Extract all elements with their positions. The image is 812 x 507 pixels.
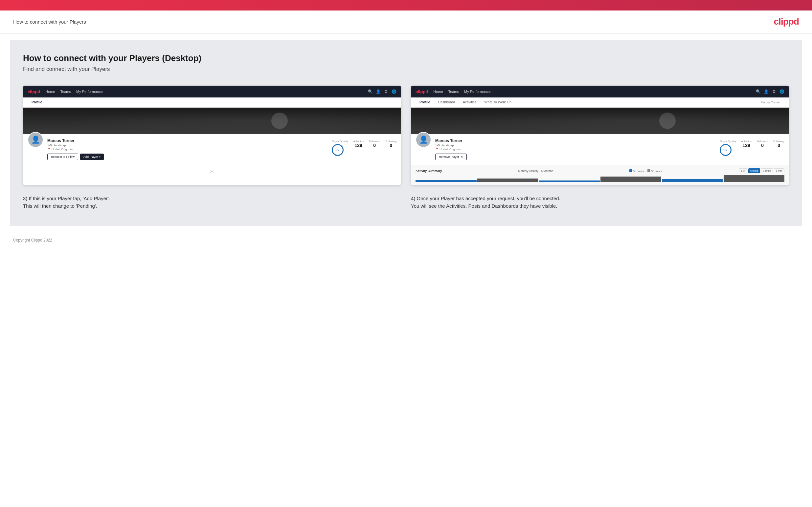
header-title: How to connect with your Players: [13, 19, 86, 24]
avatar-1: 👤: [28, 132, 43, 148]
player-dropdown[interactable]: Marcus Turner: [761, 101, 784, 104]
search-icon-1[interactable]: 🔍: [367, 89, 373, 94]
app-logo-2: clippd: [415, 89, 428, 94]
add-player-button[interactable]: Add Player +: [80, 154, 104, 160]
globe-icon-1[interactable]: 🌐: [391, 89, 397, 94]
activity-header: Activity Summary Monthly Activity - 6 Mo…: [415, 168, 784, 173]
close-icon: ✕: [461, 155, 463, 159]
nav-teams-2[interactable]: Teams: [448, 90, 459, 94]
nav-performance-2[interactable]: My Performance: [464, 90, 491, 94]
app-tabs-1: Profile: [23, 98, 401, 108]
period-1mth[interactable]: 1 mth: [774, 168, 784, 173]
description-right-text: 4) Once your Player has accepted your re…: [411, 195, 789, 210]
user-icon-2[interactable]: 👤: [763, 89, 769, 94]
settings-icon-2[interactable]: ⚙: [771, 89, 776, 94]
period-buttons: 1 yr 6 mths 3 mths 1 mth: [739, 168, 784, 173]
scissors-area-1: ✂: [23, 165, 401, 176]
avatar-2: 👤: [415, 132, 431, 148]
stat-activities-label-2: Activities: [741, 140, 752, 143]
activity-title: Activity Summary: [415, 169, 442, 173]
player-location-2: 📍 United Kingdom: [435, 148, 716, 151]
stat-followers-2: Followers 0: [757, 140, 768, 148]
stat-followers-label-2: Followers: [757, 140, 768, 143]
header: How to connect with your Players clippd: [0, 10, 812, 34]
action-buttons-1: Request to Follow Add Player +: [47, 154, 328, 160]
screenshot-2: clippd Home Teams My Performance 🔍 👤 ⚙ 🌐…: [411, 86, 789, 185]
activity-period: Monthly Activity - 6 Months: [518, 169, 553, 173]
period-3mths[interactable]: 3 mths: [761, 168, 773, 173]
stat-activities-label-1: Activities: [353, 140, 364, 143]
stat-following-value-2: 0: [773, 143, 784, 148]
nav-home-2[interactable]: Home: [433, 90, 443, 94]
avatar-icon-1: 👤: [31, 135, 40, 144]
stats-row-1: Player Quality 92 Activities 129 Followe…: [332, 138, 397, 156]
stat-followers-label-1: Followers: [369, 140, 380, 143]
app-tabs-2: Profile Dashboard Activities What To Wor…: [411, 98, 789, 108]
avatar-icon-2: 👤: [419, 135, 428, 144]
nav-icons-2: 🔍 👤 ⚙ 🌐: [756, 89, 784, 94]
description-left-text: 3) If this is your Player tap, 'Add Play…: [23, 195, 401, 210]
on-course-legend: On course: [629, 169, 645, 173]
search-icon-2[interactable]: 🔍: [756, 89, 761, 94]
stats-row-2: Player Quality 92 Activities 129 Followe…: [720, 138, 784, 156]
app-navbar-2: clippd Home Teams My Performance 🔍 👤 ⚙ 🌐: [411, 86, 789, 98]
quality-container-2: Player Quality 92: [720, 140, 736, 156]
nav-teams-1[interactable]: Teams: [60, 90, 71, 94]
user-icon-1[interactable]: 👤: [375, 89, 381, 94]
top-bar: [0, 0, 812, 10]
stat-activities-2: Activities 129: [741, 140, 752, 148]
description-left: 3) If this is your Player tap, 'Add Play…: [23, 195, 401, 210]
activity-summary: Activity Summary Monthly Activity - 6 Mo…: [411, 165, 789, 185]
request-follow-button[interactable]: Request to Follow: [47, 154, 78, 160]
nav-icons-1: 🔍 👤 ⚙ 🌐: [367, 89, 397, 94]
stat-activities-1: Activities 129: [353, 140, 364, 148]
tab-what-to-work-on-2[interactable]: What To Work On: [480, 98, 515, 107]
stat-following-1: Following 0: [385, 140, 397, 148]
quality-label-1: Player Quality: [332, 140, 348, 143]
activity-legend: On course Off course: [629, 169, 663, 173]
player-name-2: Marcus Turner: [435, 138, 716, 143]
screenshots-row: clippd Home Teams My Performance 🔍 👤 ⚙ 🌐…: [23, 86, 789, 185]
profile-info-2: 👤 Marcus Turner 1-5 Handicap 📍 United Ki…: [411, 134, 789, 165]
description-right: 4) Once your Player has accepted your re…: [411, 195, 789, 210]
tab-profile-1[interactable]: Profile: [28, 98, 46, 107]
quality-container-1: Player Quality 92: [332, 140, 348, 156]
quality-circle-2: 92: [720, 144, 731, 156]
page-subtitle: Find and connect with your Players: [23, 66, 789, 72]
stat-activities-value-1: 129: [353, 143, 364, 148]
player-handicap-1: 1-5 Handicap: [47, 144, 328, 147]
settings-icon-1[interactable]: ⚙: [383, 89, 389, 94]
player-location-1: 📍 United Kingdom: [47, 148, 328, 151]
profile-banner-2: [411, 108, 789, 134]
app-logo-1: clippd: [28, 89, 40, 94]
description-area: 3) If this is your Player tap, 'Add Play…: [23, 195, 789, 210]
location-icon-1: 📍: [47, 148, 51, 151]
profile-details-2: Marcus Turner 1-5 Handicap 📍 United King…: [435, 138, 716, 160]
globe-icon-2[interactable]: 🌐: [779, 89, 784, 94]
location-icon-2: 📍: [435, 148, 439, 151]
period-6mths[interactable]: 6 mths: [748, 168, 760, 173]
chart-area: [415, 175, 784, 182]
profile-info-1: 👤 Marcus Turner 1-5 Handicap 📍 United Ki…: [23, 134, 401, 165]
stat-followers-value-2: 0: [757, 143, 768, 148]
remove-player-button[interactable]: Remove Player ✕: [435, 154, 467, 160]
period-1yr[interactable]: 1 yr: [739, 168, 747, 173]
nav-home-1[interactable]: Home: [45, 90, 55, 94]
tab-dashboard-2[interactable]: Dashboard: [434, 98, 459, 107]
app-navbar-1: clippd Home Teams My Performance 🔍 👤 ⚙ 🌐: [23, 86, 401, 98]
footer: Copyright Clippd 2022: [0, 233, 812, 248]
stat-following-label-2: Following: [773, 140, 784, 143]
logo: clippd: [774, 16, 799, 27]
stat-following-label-1: Following: [385, 140, 397, 143]
off-course-legend: Off course: [648, 169, 663, 173]
quality-circle-1: 92: [332, 144, 344, 156]
tab-activities-2[interactable]: Activities: [459, 98, 480, 107]
stat-following-value-1: 0: [385, 143, 397, 148]
nav-performance-1[interactable]: My Performance: [76, 90, 103, 94]
quality-label-2: Player Quality: [720, 140, 736, 143]
player-name-1: Marcus Turner: [47, 138, 328, 143]
tab-profile-2[interactable]: Profile: [415, 98, 434, 107]
profile-banner-1: [23, 108, 401, 134]
copyright: Copyright Clippd 2022: [13, 238, 52, 242]
stat-following-2: Following 0: [773, 140, 784, 148]
